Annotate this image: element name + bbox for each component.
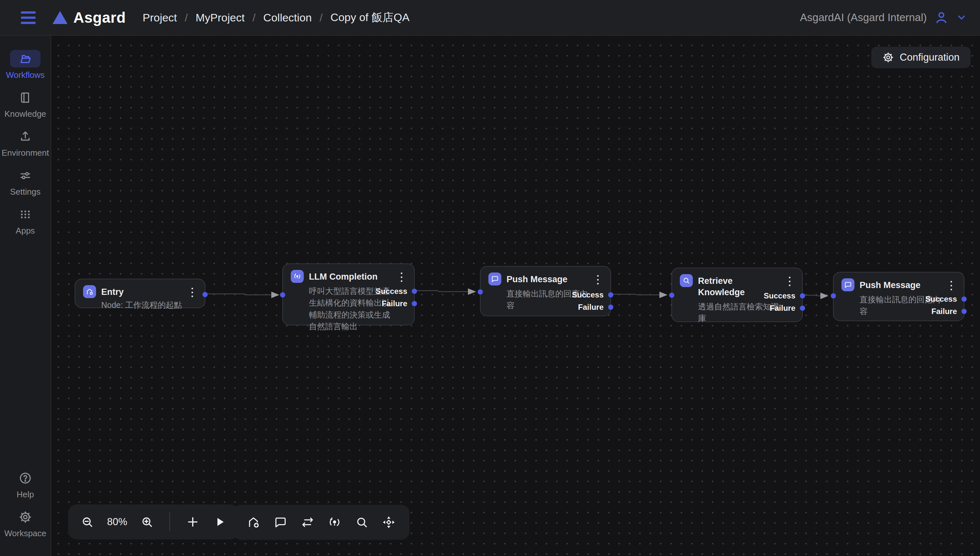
- node-menu-icon[interactable]: [187, 286, 197, 299]
- chat-bubble-icon: [841, 278, 854, 291]
- toolbar-divider: [170, 512, 170, 531]
- gear-icon: [18, 510, 32, 524]
- sidebar-item-environment[interactable]: Environment: [2, 128, 49, 158]
- gear-icon: [882, 52, 894, 63]
- node-menu-icon[interactable]: [946, 279, 957, 292]
- palette-search-icon[interactable]: [355, 515, 369, 529]
- node-menu-icon[interactable]: [784, 275, 795, 288]
- node-llm-completion[interactable]: LLM Completion 呼叫大型語言模型並產生結構化的資料輸出以輔助流程的…: [282, 263, 415, 325]
- app-logo[interactable]: Asgard: [53, 9, 126, 26]
- sidebar: Workflows Knowledge Environment Settings…: [0, 36, 51, 556]
- sidebar-item-workspace[interactable]: Workspace: [4, 508, 47, 538]
- node-menu-icon[interactable]: [396, 270, 407, 283]
- account-label: AsgardAI (Asgard Internal): [800, 11, 927, 24]
- output-port-success[interactable]: Success: [376, 286, 417, 296]
- node-retrieve-knowledge[interactable]: Retrieve Knowledge 透過自然語言檢索知識庫 Success F…: [671, 268, 803, 322]
- menu-icon[interactable]: [21, 10, 36, 25]
- apps-grid-icon: [19, 208, 32, 221]
- sidebar-item-workflows[interactable]: Workflows: [6, 50, 44, 80]
- palette-llm-bulb-rotate-icon[interactable]: [327, 515, 342, 529]
- breadcrumb-myproject[interactable]: MyProject: [196, 11, 245, 24]
- node-palette-toolbar: [233, 505, 409, 540]
- sidebar-item-label: Workspace: [4, 529, 47, 538]
- sidebar-item-label: Workflows: [6, 70, 44, 80]
- configuration-button[interactable]: Configuration: [871, 47, 970, 68]
- sidebar-item-knowledge[interactable]: Knowledge: [5, 89, 47, 119]
- add-node-button[interactable]: [186, 515, 200, 529]
- node-push-message-2[interactable]: Push Message 直接輸出訊息的回應內容 Success Failure: [833, 272, 964, 321]
- port-label: Failure: [382, 299, 407, 308]
- output-port-failure[interactable]: Failure: [382, 299, 417, 309]
- port-label: Success: [376, 287, 407, 296]
- output-port-failure[interactable]: Failure: [578, 302, 613, 312]
- palette-move-diamond-icon[interactable]: [382, 515, 396, 529]
- sidebar-item-help[interactable]: Help: [10, 469, 40, 499]
- chevron-down-icon[interactable]: [956, 12, 967, 23]
- sidebar-item-settings[interactable]: Settings: [10, 167, 40, 197]
- breadcrumb-separator: /: [184, 11, 188, 24]
- top-bar: Asgard Project / MyProject / Collection …: [0, 0, 980, 36]
- input-port[interactable]: [478, 289, 483, 294]
- sliders-icon: [19, 169, 32, 182]
- sidebar-item-label: Help: [16, 490, 34, 499]
- chat-bubble-icon: [488, 273, 501, 286]
- workflow-canvas[interactable]: Entry Node: 工作流程的起點 LLM Completion 呼叫大型語…: [51, 36, 980, 556]
- sidebar-item-label: Environment: [2, 148, 49, 158]
- zoom-in-button[interactable]: [140, 515, 154, 529]
- triangle-logo-icon: [53, 11, 68, 24]
- port-label: Failure: [931, 307, 957, 316]
- breadcrumb-separator: /: [252, 11, 256, 24]
- help-circle-icon: [18, 471, 32, 485]
- breadcrumb-project[interactable]: Project: [142, 11, 177, 24]
- node-title: LLM Completion: [309, 270, 395, 283]
- node-title: Push Message: [506, 273, 592, 285]
- port-label: Failure: [770, 304, 796, 313]
- upload-icon: [19, 130, 32, 143]
- palette-chat-bubble-icon[interactable]: [273, 515, 288, 529]
- breadcrumb: Project / MyProject / Collection / Copy …: [142, 10, 409, 25]
- output-port-success[interactable]: Success: [764, 291, 805, 301]
- configuration-label: Configuration: [900, 52, 959, 63]
- input-port[interactable]: [280, 292, 285, 297]
- sidebar-item-label: Knowledge: [5, 109, 47, 119]
- search-icon: [680, 274, 693, 287]
- node-title: Entry: [101, 285, 182, 298]
- port-label: Success: [572, 290, 603, 299]
- node-menu-icon[interactable]: [592, 273, 603, 286]
- port-label: Success: [925, 294, 957, 304]
- output-port[interactable]: [202, 290, 208, 299]
- breadcrumb-collection[interactable]: Collection: [263, 11, 312, 24]
- sidebar-item-apps[interactable]: Apps: [10, 206, 40, 236]
- input-port[interactable]: [831, 293, 836, 299]
- port-label: Failure: [578, 303, 603, 312]
- node-subtitle: Node: 工作流程的起點: [101, 299, 182, 311]
- user-icon: [934, 10, 949, 25]
- port-label: Success: [764, 291, 796, 301]
- llm-bulb-rotate-icon: [291, 270, 304, 283]
- sidebar-item-label: Settings: [10, 187, 40, 197]
- output-port-failure[interactable]: Failure: [931, 307, 967, 316]
- folder-icon: [19, 52, 32, 65]
- zoom-toolbar: 80%: [68, 504, 239, 540]
- account-menu[interactable]: AsgardAI (Asgard Internal): [800, 10, 967, 25]
- output-port-success[interactable]: Success: [572, 290, 613, 300]
- palette-swap-arrows-icon[interactable]: [301, 515, 315, 529]
- breadcrumb-separator: /: [320, 11, 323, 24]
- node-title: Retrieve Knowledge: [698, 274, 768, 298]
- output-port-success[interactable]: Success: [925, 294, 967, 304]
- zoom-level: 80%: [107, 516, 127, 528]
- app-window: Asgard Project / MyProject / Collection …: [0, 0, 980, 556]
- run-workflow-button[interactable]: [213, 515, 226, 529]
- node-entry[interactable]: Entry Node: 工作流程的起點: [74, 279, 205, 308]
- book-icon: [19, 91, 32, 104]
- output-port-failure[interactable]: Failure: [770, 303, 805, 313]
- logo-text: Asgard: [73, 9, 126, 26]
- breadcrumb-current[interactable]: Copy of 飯店QA: [330, 10, 409, 25]
- sidebar-item-label: Apps: [16, 226, 35, 236]
- zoom-out-button[interactable]: [81, 515, 94, 529]
- entry-home-plus-icon: [83, 285, 96, 298]
- input-port[interactable]: [669, 293, 674, 298]
- node-push-message-1[interactable]: Push Message 直接輸出訊息的回應內容 Success Failure: [480, 266, 611, 316]
- palette-entry-home-plus-icon[interactable]: [246, 515, 260, 529]
- node-title: Push Message: [860, 278, 946, 291]
